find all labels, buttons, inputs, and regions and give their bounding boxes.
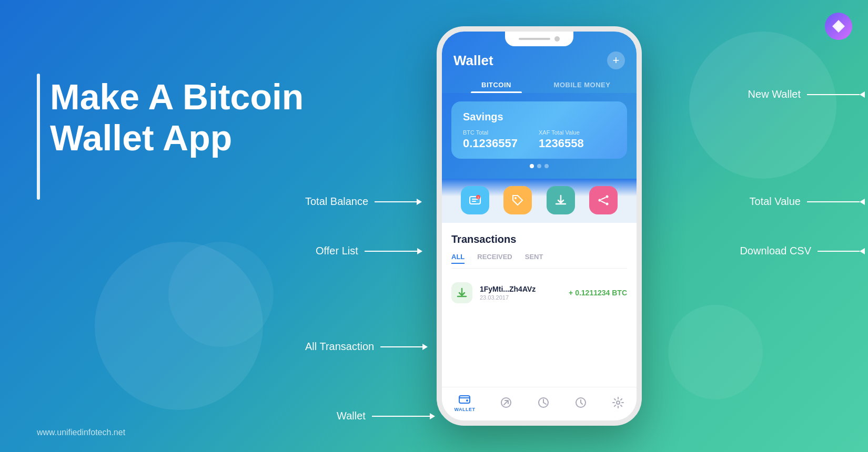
wallet-name: Savings [463,111,615,123]
annotation-total-value: Total Value [750,196,865,208]
transactions-section: Transactions ALL RECEIVED SENT 1FyMti...… [442,223,637,387]
svg-point-12 [617,401,620,404]
xaf-value: 1236558 [539,137,584,150]
total-balance-line [375,201,417,202]
annotation-new-wallet: New Wallet [748,88,865,100]
tx-amount: + 0.1211234 BTC [569,289,627,297]
annotation-wallet-nav: Wallet [337,410,435,422]
xaf-block: XAF Total Value 1236558 [539,129,584,150]
phone-frame: Wallet + BITCOIN MOBILE MONEY Savings BT… [437,26,642,426]
total-value-arrow [860,199,865,205]
wallet-card-area: Savings BTC Total 0.1236557 XAF Total Va… [442,93,637,179]
tab-all[interactable]: ALL [451,253,465,264]
share-button[interactable] [589,186,618,214]
wallet-values: BTC Total 0.1236557 XAF Total Value 1236… [463,129,615,150]
nav-chart[interactable] [537,396,550,409]
bg-decoration-circle-3 [689,32,836,179]
annotation-all-transaction: All Transaction [305,341,428,353]
wallet-card: Savings BTC Total 0.1236557 XAF Total Va… [451,101,627,159]
nav-history[interactable] [574,396,587,409]
svg-rect-7 [459,396,470,403]
wallet-nav-line [372,416,430,417]
nav-wallet-label: WALLET [454,407,475,412]
tx-icon [451,282,472,303]
btc-block: BTC Total 0.1236557 [463,129,518,150]
tab-sent[interactable]: SENT [525,253,543,264]
annotation-total-balance: Total Balance [305,196,422,208]
app-header-top: Wallet + [453,52,625,69]
tab-bitcoin[interactable]: BITCOIN [453,76,539,93]
card-dot-1 [530,164,534,168]
accent-bar [37,74,40,200]
tx-details: 1FyMti...Zh4AVz 23.03.2017 [480,285,561,301]
total-value-line [807,201,860,202]
new-wallet-line [807,94,860,95]
annotation-offer-list: Offer List [316,245,422,257]
offer-list-line [365,251,417,252]
transaction-tabs: ALL RECEIVED SENT [451,253,627,269]
notch-dot [554,36,560,42]
all-transaction-arrow [422,344,428,350]
action-buttons: 3 [442,179,637,223]
svg-point-3 [514,197,517,199]
total-balance-label: Total Balance [305,196,368,208]
tab-mobile-money[interactable]: MOBILE MONEY [539,76,625,93]
phone-notch [505,32,573,46]
offer-list-label: Offer List [316,245,358,257]
tx-date: 23.03.2017 [480,294,561,301]
app-title: Wallet [453,53,493,69]
wallet-nav-arrow [430,413,435,419]
nav-wallet[interactable]: WALLET [454,393,475,412]
nav-send[interactable] [500,396,512,409]
total-balance-arrow [417,199,422,205]
app-screen: Wallet + BITCOIN MOBILE MONEY Savings BT… [442,32,637,420]
card-dot-2 [537,164,541,168]
annotation-download-csv: Download CSV [740,245,865,257]
card-dot-3 [544,164,549,168]
transactions-title: Transactions [451,233,627,245]
download-csv-line [817,251,860,252]
all-transaction-line [380,346,422,347]
svg-point-6 [606,203,609,206]
btc-label: BTC Total [463,129,518,136]
website-url: www.unifiedinfotech.net [37,428,125,437]
tab-received[interactable]: RECEIVED [477,253,512,264]
svg-point-5 [606,196,609,198]
transaction-item: 1FyMti...Zh4AVz 23.03.2017 + 0.1211234 B… [451,277,627,309]
phone-mockup: Wallet + BITCOIN MOBILE MONEY Savings BT… [437,26,658,441]
bg-decoration-circle-4 [668,305,763,399]
wallet-tabs: BITCOIN MOBILE MONEY [453,76,625,93]
download-csv-label: Download CSV [740,245,811,257]
brand-logo [825,13,852,40]
total-value-label: Total Value [750,196,801,208]
download-csv-arrow [860,248,865,254]
svg-point-8 [466,399,468,402]
btc-value: 0.1236557 [463,137,518,150]
tag-button[interactable] [503,186,532,214]
wallet-nav-label: Wallet [337,410,366,422]
tx-address: 1FyMti...Zh4AVz [480,285,561,293]
offer-list-arrow [417,248,422,254]
nav-settings[interactable] [612,396,624,409]
notch-line [519,38,550,40]
main-heading: Make A Bitcoin Wallet App [50,76,345,158]
all-transaction-label: All Transaction [305,341,374,353]
offer-list-button[interactable]: 3 [461,186,489,214]
add-wallet-button[interactable]: + [607,52,625,69]
download-csv-button[interactable] [547,186,575,214]
card-dots [451,164,627,168]
svg-point-4 [599,199,601,202]
new-wallet-arrow [860,91,865,98]
new-wallet-label: New Wallet [748,88,801,100]
bg-decoration-circle-2 [168,242,274,347]
xaf-label: XAF Total Value [539,129,584,136]
bottom-navigation: WALLET [442,387,637,420]
